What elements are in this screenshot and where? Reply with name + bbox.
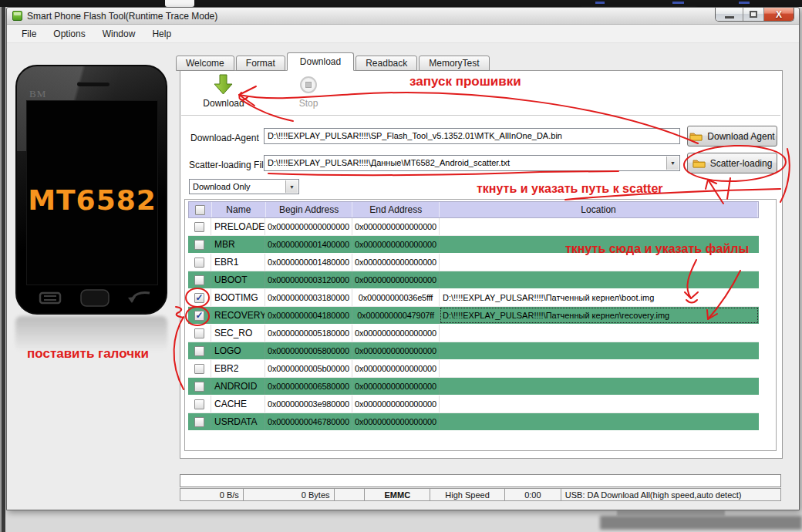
cell-begin-address[interactable]: 0x0000000004180000 — [265, 307, 352, 324]
row-checkbox[interactable] — [194, 222, 204, 232]
tab-format[interactable]: Format — [236, 56, 285, 71]
scatter-loading-button[interactable]: Scatter-loading — [687, 153, 777, 173]
cell-begin-address[interactable]: 0x0000000001480000 — [265, 254, 352, 271]
cell-location[interactable] — [440, 342, 759, 359]
row-checkbox-cell[interactable] — [188, 342, 211, 359]
cell-begin-address[interactable]: 0x0000000003120000 — [265, 271, 352, 288]
table-header-check[interactable] — [189, 202, 212, 217]
menu-item-window[interactable]: Window — [94, 26, 144, 42]
table-row[interactable]: EBR20x0000000005b000000x0000000000000000 — [188, 360, 759, 378]
table-row[interactable]: LOGO0x00000000058000000x0000000000000000 — [188, 342, 759, 360]
tab-download[interactable]: Download — [287, 52, 354, 71]
minimize-button[interactable] — [716, 8, 743, 21]
row-checkbox[interactable] — [194, 399, 204, 409]
row-checkbox[interactable] — [194, 258, 204, 268]
cell-name[interactable]: MBR — [211, 236, 265, 253]
cell-location[interactable] — [440, 378, 759, 395]
cell-name[interactable]: LOGO — [211, 342, 265, 359]
cell-begin-address[interactable]: 0x0000000005800000 — [265, 342, 352, 359]
cell-begin-address[interactable]: 0x0000000005180000 — [265, 325, 352, 342]
cell-location[interactable] — [440, 325, 759, 342]
cell-name[interactable]: BOOTIMG — [211, 289, 265, 306]
cell-name[interactable]: EBR1 — [211, 254, 265, 271]
cell-name[interactable]: UBOOT — [211, 271, 265, 288]
cell-name[interactable]: ANDROID — [211, 378, 265, 395]
row-checkbox-cell[interactable] — [188, 236, 211, 253]
row-checkbox[interactable] — [194, 417, 204, 427]
chevron-down-icon[interactable]: ▼ — [285, 180, 298, 193]
cell-location[interactable] — [440, 254, 759, 271]
cell-begin-address[interactable]: 0x0000000006580000 — [265, 378, 352, 395]
cell-location[interactable]: D:\!!!!EXPLAY_PULSAR!!!!\Патченный керне… — [440, 307, 759, 324]
cell-end-address[interactable]: 0x0000000000000000 — [352, 342, 440, 359]
table-header-name[interactable]: Name — [212, 202, 266, 217]
cell-location[interactable] — [440, 218, 759, 235]
table-row[interactable]: ✓RECOVERY0x00000000041800000x00000000047… — [188, 307, 759, 325]
cell-end-address[interactable]: 0x00000000047907ff — [352, 307, 440, 324]
cell-begin-address[interactable]: 0x0000000000000000 — [265, 218, 352, 235]
table-header-location[interactable]: Location — [440, 202, 758, 217]
row-checkbox[interactable] — [194, 240, 204, 250]
row-checkbox[interactable] — [194, 364, 204, 374]
menu-item-options[interactable]: Options — [45, 26, 93, 42]
cell-end-address[interactable]: 0x0000000000000000 — [352, 396, 440, 412]
cell-location[interactable] — [440, 413, 759, 430]
tab-memorytest[interactable]: MemoryTest — [419, 56, 489, 71]
menu-item-help[interactable]: Help — [143, 26, 180, 42]
cell-begin-address[interactable]: 0x0000000003180000 — [265, 289, 352, 306]
row-checkbox[interactable] — [194, 346, 204, 356]
cell-name[interactable]: CACHE — [211, 396, 265, 412]
table-header-begin[interactable]: Begin Address — [266, 202, 353, 217]
download-arrow-icon[interactable] — [213, 74, 234, 96]
tab-welcome[interactable]: Welcome — [176, 56, 234, 71]
tab-readback[interactable]: Readback — [356, 56, 417, 71]
menu-item-file[interactable]: File — [13, 26, 45, 42]
table-row[interactable]: USRDATA0x00000000467800000x0000000000000… — [188, 413, 759, 431]
row-checkbox-cell[interactable] — [188, 271, 211, 288]
cell-end-address[interactable]: 0x0000000000000000 — [352, 378, 440, 395]
table-row[interactable]: UBOOT0x00000000031200000x000000000000000… — [188, 271, 759, 289]
cell-end-address[interactable]: 0x0000000000000000 — [352, 360, 440, 377]
download-agent-input[interactable]: D:\!!!!EXPLAY_PULSAR!!!!\SP_Flash_Tool_v… — [264, 128, 680, 144]
scatter-file-combobox[interactable]: D:\!!!!EXPLAY_PULSAR!!!!\Данные\MT6582_A… — [264, 155, 680, 171]
table-row[interactable]: SEC_RO0x00000000051800000x00000000000000… — [188, 325, 759, 342]
cell-end-address[interactable]: 0x0000000000000000 — [352, 413, 440, 430]
row-checkbox-cell[interactable] — [188, 218, 211, 235]
row-checkbox[interactable]: ✓ — [194, 293, 204, 303]
row-checkbox[interactable]: ✓ — [194, 311, 204, 321]
title-bar[interactable]: Smart Phone Flash Tool(Runtime Trace Mod… — [7, 8, 799, 25]
cell-end-address[interactable]: 0x0000000000000000 — [352, 325, 440, 342]
row-checkbox-cell[interactable] — [188, 396, 211, 412]
cell-location[interactable] — [440, 271, 759, 288]
cell-end-address[interactable]: 0x0000000000000000 — [352, 254, 440, 271]
row-checkbox-cell[interactable]: ✓ — [188, 289, 211, 306]
row-checkbox-cell[interactable] — [188, 325, 211, 342]
cell-begin-address[interactable]: 0x0000000046780000 — [265, 413, 352, 430]
cell-end-address[interactable]: 0x0000000000000000 — [352, 271, 440, 288]
cell-end-address[interactable]: 0x0000000000000000 — [352, 218, 440, 235]
cell-location[interactable] — [440, 396, 759, 412]
maximize-button[interactable] — [743, 8, 764, 21]
table-row[interactable]: PRELOADER0x00000000000000000x00000000000… — [188, 218, 759, 236]
cell-end-address[interactable]: 0x0000000000000000 — [352, 236, 440, 253]
download-agent-button[interactable]: Download Agent — [687, 126, 777, 146]
table-row[interactable]: ANDROID0x00000000065800000x0000000000000… — [188, 378, 759, 396]
row-checkbox-cell[interactable] — [188, 413, 211, 430]
row-checkbox[interactable] — [194, 328, 204, 338]
row-checkbox-cell[interactable] — [188, 378, 211, 395]
cell-name[interactable]: EBR2 — [211, 360, 265, 377]
header-checkbox[interactable] — [195, 205, 205, 215]
table-row[interactable]: EBR10x00000000014800000x0000000000000000 — [188, 254, 759, 271]
cell-begin-address[interactable]: 0x0000000005b00000 — [265, 360, 352, 377]
mode-select[interactable]: Download Only ▼ — [189, 179, 299, 194]
cell-begin-address[interactable]: 0x000000003e980000 — [265, 396, 352, 412]
table-row[interactable]: CACHE0x000000003e9800000x000000000000000… — [188, 396, 759, 413]
table-row[interactable]: ✓BOOTIMG0x00000000031800000x00000000036e… — [188, 289, 759, 307]
close-button[interactable]: X — [764, 8, 794, 21]
cell-begin-address[interactable]: 0x0000000001400000 — [265, 236, 352, 253]
cell-name[interactable]: PRELOADER — [211, 218, 265, 235]
cell-name[interactable]: SEC_RO — [211, 325, 265, 342]
cell-location[interactable] — [440, 360, 759, 377]
cell-end-address[interactable]: 0x00000000036e5fff — [352, 289, 440, 306]
download-button-label[interactable]: Download — [193, 98, 254, 109]
